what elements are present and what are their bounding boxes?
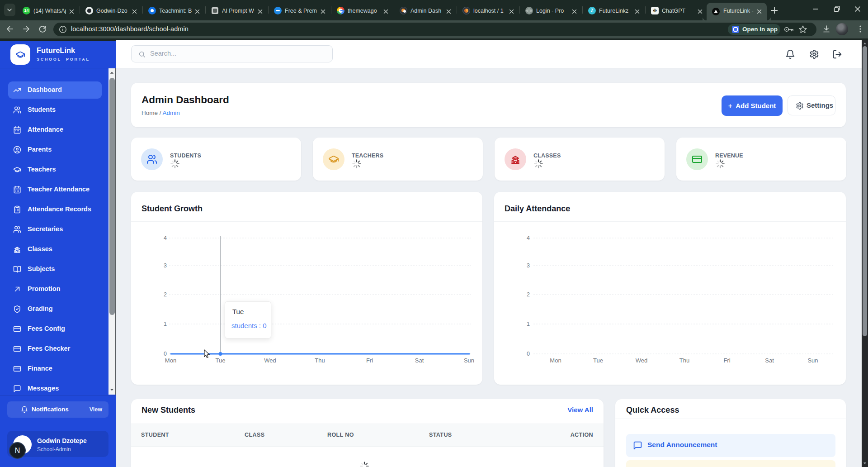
svg-text:Fri: Fri xyxy=(723,357,730,364)
svg-text:Tue: Tue xyxy=(216,357,226,364)
svg-text:Wed: Wed xyxy=(264,357,276,364)
svg-text:4: 4 xyxy=(527,235,530,241)
svg-text:4: 4 xyxy=(164,235,167,241)
svg-text:0: 0 xyxy=(527,351,530,357)
svg-text:Sat: Sat xyxy=(415,357,424,364)
svg-text:Mon: Mon xyxy=(550,357,561,364)
svg-text:1: 1 xyxy=(164,321,167,327)
svg-text:0: 0 xyxy=(164,351,167,357)
svg-text:Fri: Fri xyxy=(366,357,373,364)
svg-text:Sat: Sat xyxy=(765,357,774,364)
svg-text:1: 1 xyxy=(527,321,530,327)
svg-text:3: 3 xyxy=(527,262,530,269)
svg-text:Sun: Sun xyxy=(807,357,818,364)
svg-text:Mon: Mon xyxy=(165,357,176,364)
svg-text:3: 3 xyxy=(164,262,167,269)
svg-text:Wed: Wed xyxy=(636,357,648,364)
svg-text:2: 2 xyxy=(527,291,530,298)
svg-text:Thu: Thu xyxy=(315,357,325,364)
svg-text:Thu: Thu xyxy=(679,357,689,364)
svg-text:Tue: Tue xyxy=(593,357,603,364)
svg-text:Sun: Sun xyxy=(464,357,474,364)
svg-text:2: 2 xyxy=(164,291,167,298)
